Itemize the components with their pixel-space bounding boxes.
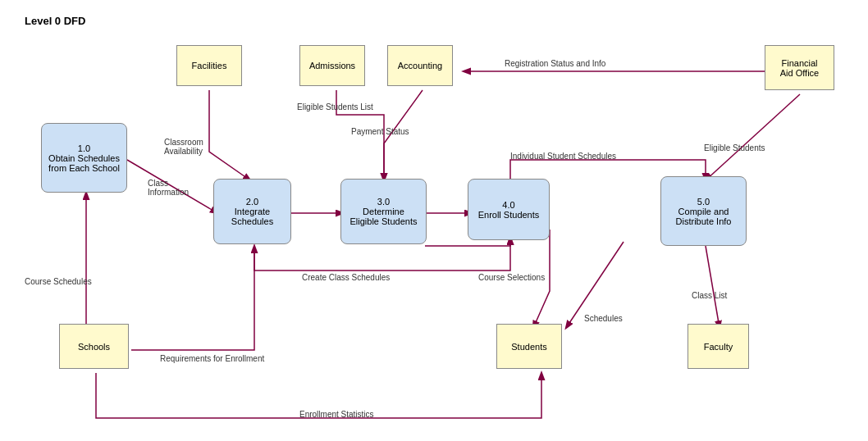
label-payment-status: Payment Status [351, 127, 409, 136]
label-class-info: ClassInformation [148, 179, 189, 197]
label-classroom-avail: ClassroomAvailability [164, 138, 203, 156]
label-individual-schedules: Individual Student Schedules [510, 152, 616, 161]
entity-admissions: Admissions [299, 45, 365, 86]
label-registration: Registration Status and Info [505, 59, 605, 68]
label-eligible-students: Eligible Students [704, 143, 765, 152]
label-course-schedules: Course Schedules [25, 277, 92, 286]
process-5: 5.0Compile andDistribute Info [660, 176, 747, 246]
label-enrollment-stats: Enrollment Statistics [299, 410, 374, 419]
diagram-title: Level 0 DFD [25, 15, 85, 27]
label-course-selections: Course Selections [478, 273, 545, 282]
label-requirements: Requirements for Enrollment [160, 354, 264, 363]
process-3: 3.0DetermineEligible Students [340, 179, 427, 244]
entity-students: Students [496, 324, 562, 369]
entity-facilities: Facilities [176, 45, 242, 86]
entity-accounting: Accounting [387, 45, 453, 86]
label-create-class-schedules: Create Class Schedules [302, 273, 390, 282]
process-4: 4.0Enroll Students [468, 179, 550, 240]
entity-financial-aid: FinancialAid Office [765, 45, 834, 90]
diagram-canvas: Level 0 DFD [0, 0, 868, 441]
process-1: 1.0Obtain Schedulesfrom Each School [41, 123, 127, 193]
label-eligible-students-list: Eligible Students List [297, 102, 373, 111]
process-2: 2.0IntegrateSchedules [213, 179, 291, 244]
entity-schools: Schools [59, 324, 129, 369]
entity-faculty: Faculty [688, 324, 749, 369]
label-schedules: Schedules [584, 314, 623, 323]
label-class-list: Class List [692, 291, 727, 300]
